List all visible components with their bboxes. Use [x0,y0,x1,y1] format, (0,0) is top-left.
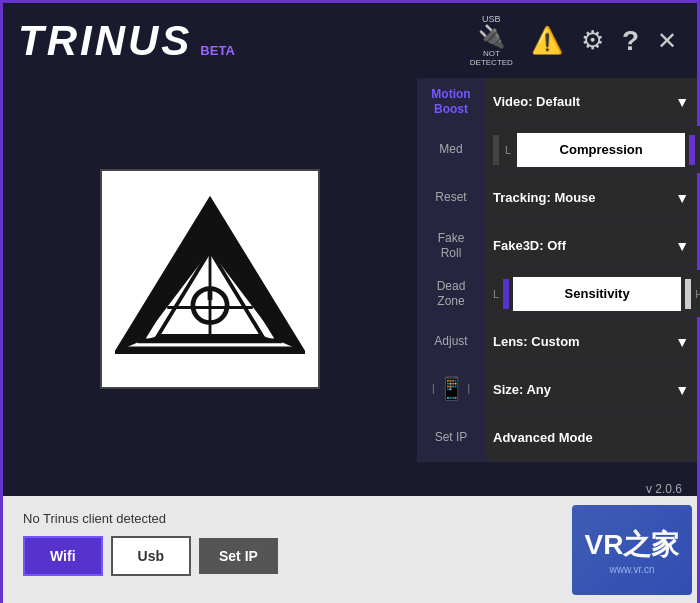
phone-icon: 📱 [438,376,465,402]
help-button[interactable]: ? [617,23,644,59]
lens-arrow: ▼ [675,334,689,350]
right-panel: MotionBoost Video: Default ▼ Med L [417,78,697,480]
adjust-label: Adjust [417,318,485,365]
app-title: TRINUS [18,17,192,65]
help-icon: ? [622,25,639,57]
advanced-mode-text: Advanced Mode [493,430,593,445]
settings-button[interactable]: ⚙ [576,23,609,58]
warning-icon: ⚠️ [531,25,563,56]
video-default-control[interactable]: Video: Default ▼ [485,78,697,125]
header: TRINUS BETA USB 🔌 NOTDETECTED ⚠️ ⚙ ? ✕ [3,3,697,78]
version-text: v 2.0.6 [3,480,697,496]
size-text: Size: Any [493,382,551,397]
fake-roll-label: FakeRoll [417,222,485,269]
wifi-button[interactable]: Wifi [23,536,103,576]
watermark: VR之家 www.vr.cn [572,505,692,595]
version-number: v 2.0.6 [646,482,682,496]
watermark-vr: VR之家 [585,526,680,564]
left-panel [3,78,417,480]
video-default-text: Video: Default [493,94,580,109]
sensitivity-control[interactable]: L H [485,270,700,317]
usb-icon: 🔌 [478,24,505,50]
dead-zone-label: DeadZone [417,270,485,317]
header-icons: USB 🔌 NOTDETECTED ⚠️ ⚙ ? ✕ [470,14,682,68]
setip-button[interactable]: Set IP [199,538,278,574]
lens-text: Lens: Custom [493,334,580,349]
tracking-control[interactable]: Tracking: Mouse ▼ [485,174,697,221]
sens-bar-left [503,279,509,309]
tracking-label: Reset [417,174,485,221]
sensitivity-input[interactable] [513,277,681,311]
video-default-arrow: ▼ [675,94,689,110]
svg-line-10 [142,230,210,341]
size-arrow: ▼ [675,382,689,398]
control-row-advanced: Set IP Advanced Mode [417,414,697,462]
warning-button[interactable]: ⚠️ [526,23,568,58]
app-container: TRINUS BETA USB 🔌 NOTDETECTED ⚠️ ⚙ ? ✕ [0,0,700,603]
size-control[interactable]: Size: Any ▼ [485,366,697,413]
svg-line-11 [210,230,278,341]
usb-button[interactable]: Usb [111,536,191,576]
size-icon-area: | 📱 | [432,376,470,402]
control-row-sensitivity: DeadZone L H [417,270,697,318]
advanced-mode-control[interactable]: Advanced Mode [485,414,697,461]
setip-label: Set IP [417,414,485,461]
compression-bar-left [493,135,499,165]
size-label: | 📱 | [417,366,485,413]
compression-l-marker: L [505,144,511,156]
trinus-logo-svg [115,184,305,374]
control-row-motion-boost: MotionBoost Video: Default ▼ [417,78,697,126]
close-icon: ✕ [657,27,677,55]
sens-bar-right [685,279,691,309]
usb-indicator: USB 🔌 NOTDETECTED [470,14,513,68]
not-detected-text: NOTDETECTED [470,50,513,68]
control-row-fake3d: FakeRoll Fake3D: Off ▼ [417,222,697,270]
close-button[interactable]: ✕ [652,25,682,57]
compression-control[interactable]: L [485,126,700,173]
sens-h-marker: H [695,288,700,300]
fake3d-control[interactable]: Fake3D: Off ▼ [485,222,697,269]
main-content: MotionBoost Video: Default ▼ Med L [3,78,697,480]
tracking-arrow: ▼ [675,190,689,206]
fake3d-arrow: ▼ [675,238,689,254]
lens-control[interactable]: Lens: Custom ▼ [485,318,697,365]
settings-icon: ⚙ [581,25,604,56]
control-row-size: | 📱 | Size: Any ▼ [417,366,697,414]
motion-boost-label: MotionBoost [417,78,485,125]
compression-bar-right [689,135,695,165]
sens-l-marker: L [493,288,499,300]
size-bar-l: | [432,383,435,395]
control-row-compression: Med L [417,126,697,174]
logo-area: TRINUS BETA [18,17,470,65]
fake3d-text: Fake3D: Off [493,238,566,253]
watermark-url: www.vr.cn [609,564,654,575]
logo-box [100,169,320,389]
size-bar-r: | [468,383,471,395]
usb-label: USB [482,14,501,24]
svg-marker-5 [142,336,279,341]
control-row-tracking: Reset Tracking: Mouse ▼ [417,174,697,222]
beta-badge: BETA [200,43,234,58]
compression-input[interactable] [517,133,685,167]
tracking-text: Tracking: Mouse [493,190,596,205]
compression-label: Med [417,126,485,173]
control-row-lens: Adjust Lens: Custom ▼ [417,318,697,366]
